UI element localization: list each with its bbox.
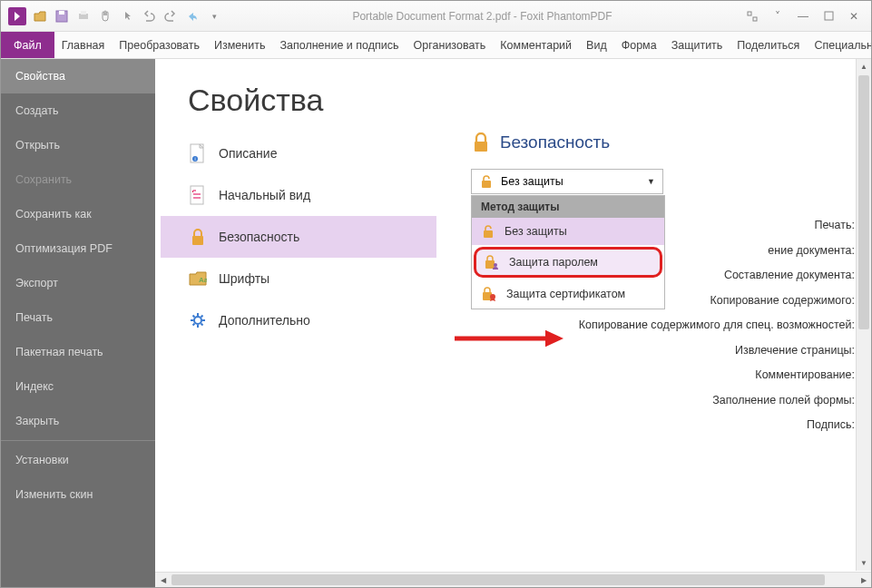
ribbon-pin-icon[interactable]: ˅ [771,10,784,23]
perm-form: Заполнение полей формы: [579,388,855,414]
menu-file[interactable]: Файл [1,32,54,58]
ribbon-toggle-icon[interactable] [746,10,759,23]
save-icon[interactable] [54,8,70,24]
prop-description-label: Описание [219,146,277,161]
menu-view[interactable]: Вид [579,32,614,58]
menu-edit[interactable]: Изменить [207,32,272,58]
perm-extract: Извлечение страницы: [579,338,855,364]
vertical-scrollbar[interactable]: ▲ ▼ [856,59,871,571]
menu-form[interactable]: Форма [614,32,664,58]
security-select-current[interactable]: Без защиты ▼ [472,170,662,193]
open-icon[interactable] [32,8,48,24]
prop-fonts[interactable]: Aa Шрифты [161,258,436,299]
svg-rect-17 [485,260,495,269]
menu-fillsign[interactable]: Заполнение и подпись [272,32,406,58]
hand-icon[interactable] [97,8,113,24]
prop-initialview[interactable]: Начальный вид [161,174,436,216]
vscroll-thumb[interactable] [858,75,869,329]
document-info-icon: i [188,143,208,163]
redo-icon[interactable] [162,8,179,24]
prop-security[interactable]: Безопасность [161,216,436,258]
sidebar-item-open[interactable]: Открыть [1,128,155,162]
sidebar-item-save: Сохранить [1,162,155,197]
titlebar: ▾ Portable Document Format 2.pdf - Foxit… [1,1,871,32]
menubar: Файл Главная Преобразовать Изменить Запо… [1,32,871,59]
qat-more-icon[interactable]: ▾ [206,8,222,24]
fonts-icon: Aa [188,269,208,289]
menu-organize[interactable]: Организовать [407,32,494,58]
svg-rect-16 [484,230,493,238]
lock-user-icon [484,254,500,270]
perm-comment: Комментирование: [579,363,855,388]
svg-rect-1 [59,11,64,15]
sidebar-item-skin[interactable]: Изменить скин [1,477,155,512]
svg-rect-6 [825,12,833,20]
lock-icon [471,132,491,152]
scroll-down-icon[interactable]: ▼ [857,555,871,571]
share-icon[interactable] [184,8,201,24]
security-select[interactable]: Без защиты ▼ Метод защиты Без защиты [471,169,663,194]
menu-special[interactable]: Специальные [807,32,872,58]
menu-comment[interactable]: Комментарий [493,32,579,58]
perm-copy-access: Копирование содержимого для спец. возмож… [579,313,855,338]
hscroll-thumb[interactable] [171,574,825,585]
undo-icon[interactable] [141,8,157,24]
menu-home[interactable]: Главная [54,32,113,58]
unlock-icon [479,174,494,189]
sidebar-item-optimize[interactable]: Оптимизация PDF [1,231,155,266]
print-icon[interactable] [75,8,92,24]
dropdown-item-none[interactable]: Без защиты [472,218,664,245]
scroll-up-icon[interactable]: ▲ [857,59,871,74]
prop-description[interactable]: i Описание [161,132,436,174]
app-window: { "titlebar": { "title": "Portable Docum… [1,1,871,587]
app-icon [8,7,26,25]
prop-security-label: Безопасность [219,230,299,244]
security-heading: Безопасность [446,132,871,152]
sidebar-item-index[interactable]: Индекс [1,369,155,404]
minimize-icon[interactable]: — [797,10,809,23]
caret-down-icon: ▼ [647,177,655,186]
prop-advanced[interactable]: Дополнительно [161,299,436,341]
menu-protect[interactable]: Защитить [664,32,730,58]
gear-icon [188,310,208,330]
svg-point-18 [494,263,497,267]
sidebar-item-create[interactable]: Создать [1,93,155,128]
horizontal-scrollbar[interactable]: ◀ ▶ [155,572,871,587]
content-panel: Свойства i Описание Начальный вид Безопа… [155,59,871,587]
prop-initialview-label: Начальный вид [219,188,310,202]
svg-rect-10 [191,186,203,204]
sidebar-item-batchprint[interactable]: Пакетная печать [1,335,155,369]
sidebar-item-properties[interactable]: Свойства [1,59,155,93]
sidebar-item-export[interactable]: Экспорт [1,266,155,300]
security-dropdown: Метод защиты Без защиты Защита паролем [471,195,665,309]
window-title: Portable Document Format 2.pdf - Foxit P… [230,10,735,23]
lock-icon [188,227,208,247]
maximize-icon[interactable] [822,10,835,23]
svg-rect-5 [753,17,757,21]
properties-list: i Описание Начальный вид Безопасность Aa… [155,132,436,341]
prop-advanced-label: Дополнительно [219,313,310,328]
svg-rect-4 [748,12,751,15]
dropdown-item-label: Без защиты [505,225,567,238]
sidebar-item-saveas[interactable]: Сохранить как [1,197,155,231]
select-icon[interactable] [119,8,135,24]
svg-rect-3 [81,11,86,15]
dropdown-header: Метод защиты [472,196,664,218]
menu-convert[interactable]: Преобразовать [112,32,207,58]
sidebar-item-options[interactable]: Установки [1,443,155,477]
svg-text:i: i [194,156,195,162]
svg-point-13 [194,317,201,324]
security-select-value: Без защиты [501,175,563,188]
menu-share[interactable]: Поделиться [730,32,807,58]
dropdown-item-password[interactable]: Защита паролем [474,247,662,278]
file-sidebar: Свойства Создать Открыть Сохранить Сохра… [1,59,155,587]
scroll-right-icon[interactable]: ▶ [856,573,871,587]
quick-access-toolbar: ▾ [1,7,230,25]
window-controls: ˅ — ✕ [735,10,871,23]
sidebar-item-print[interactable]: Печать [1,300,155,335]
scroll-left-icon[interactable]: ◀ [155,573,171,587]
svg-rect-14 [475,142,487,152]
close-icon[interactable]: ✕ [848,10,860,23]
dropdown-item-certificate[interactable]: Защита сертификатом [472,279,664,309]
sidebar-item-close[interactable]: Закрыть [1,404,155,438]
